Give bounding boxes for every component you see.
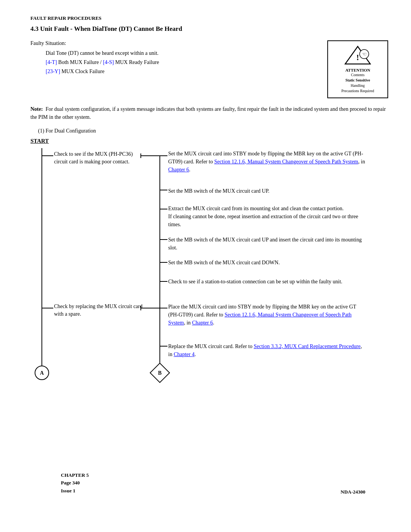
note-text: For dual system configuration, if a syst… [30, 106, 386, 120]
faulty-situation-label: Faulty Situation: [30, 40, 320, 46]
start-label: START [30, 138, 49, 144]
link-4t[interactable]: [4-T] [46, 59, 57, 65]
attention-title: ATTENTION [333, 68, 383, 72]
link-row-1: [4-T] Both MUX Failure / [4-S] MUX Ready… [46, 59, 320, 66]
attention-contents: Contents Static Sensitive Handling Preca… [333, 72, 383, 94]
fault-repair-header: FAULT REPAIR PROCEDURES [30, 15, 388, 21]
link-23y[interactable]: [23-Y] [46, 69, 60, 74]
attention-triangle-icon: ! ☜ [344, 45, 371, 65]
link-4s[interactable]: [4-S] [103, 59, 114, 65]
svg-text:!: ! [356, 53, 359, 62]
svg-text:A: A [40, 370, 44, 376]
dual-config-label: (1) For Dual Configuration [38, 128, 388, 134]
page-footer: CHAPTER 5 Page 340 Issue 1 NDA-24300 [61, 471, 365, 495]
note-section: Note: For dual system configuration, if … [30, 105, 388, 121]
description-text: Dial Tone (DT) cannot be heard except wi… [46, 50, 320, 56]
section-title: 4.3 Unit Fault - When DialTone (DT) Cann… [30, 25, 388, 33]
page-label: Page 340 [61, 479, 89, 487]
svg-text:☜: ☜ [362, 51, 367, 57]
chapter-label: CHAPTER 5 [61, 471, 89, 479]
svg-text:B: B [158, 370, 161, 376]
attention-icons: ! ☜ [333, 45, 383, 66]
note-label: Note: [30, 106, 43, 112]
flow-diagram: Check to see if the MUX (PH-PC36) circui… [30, 148, 373, 407]
link-row-2: [23-Y] MUX Clock Failure [46, 69, 320, 75]
attention-box: ! ☜ ATTENTION Contents Static Sensitive … [327, 40, 388, 98]
issue-label: Issue 1 [61, 487, 89, 495]
doc-label: NDA-24300 [341, 489, 365, 495]
